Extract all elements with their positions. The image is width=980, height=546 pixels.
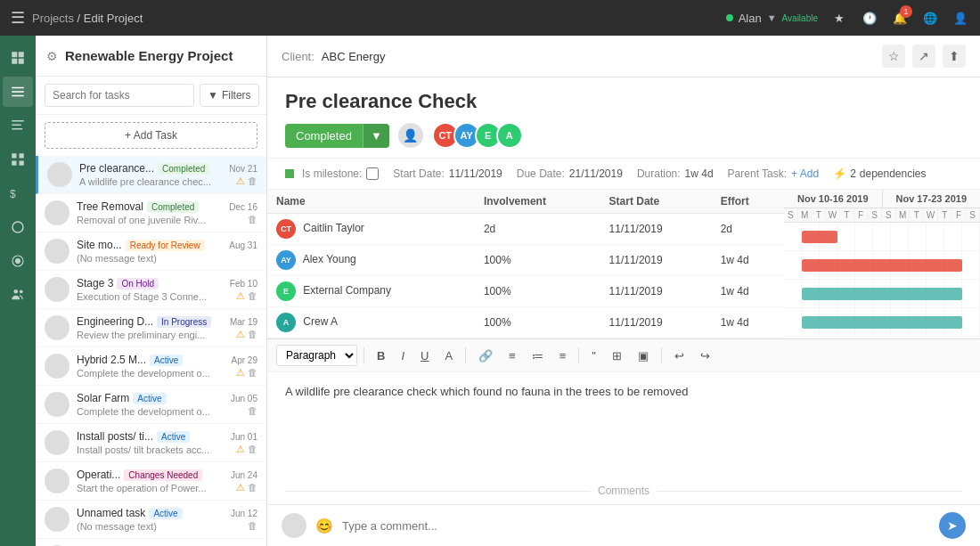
- redo-button[interactable]: ↪: [694, 346, 716, 366]
- task-list-item[interactable]: Install posts/ ti... Active Jun 01 Insta…: [36, 424, 266, 462]
- icon-dollar[interactable]: $: [3, 178, 33, 208]
- due-date-value: 21/11/2019: [569, 167, 623, 180]
- bullet-list-button[interactable]: ≡: [502, 346, 522, 366]
- gantt-day-header: S: [784, 208, 798, 222]
- hamburger-icon[interactable]: ☰: [11, 8, 25, 28]
- svg-rect-6: [12, 95, 24, 97]
- task-top-row: Engineering D... In Progress Mar 19: [77, 315, 257, 328]
- task-list-item[interactable]: Project ... Ready for Review Aug 31 (No …: [36, 539, 266, 546]
- delete-icon[interactable]: 🗑: [248, 329, 257, 339]
- task-content: Unnamed task Active Jun 12 (No message t…: [77, 507, 257, 532]
- table-button[interactable]: ⊞: [606, 346, 628, 366]
- delete-icon[interactable]: 🗑: [248, 444, 257, 454]
- clock-icon[interactable]: 🕐: [861, 9, 878, 27]
- task-list-item[interactable]: Tree Removal Completed Dec 16 Removal of…: [36, 194, 266, 232]
- undo-button[interactable]: ↩: [668, 346, 690, 366]
- milestone-checkbox[interactable]: [366, 167, 379, 180]
- task-list-item[interactable]: Unnamed task Active Jun 12 (No message t…: [36, 501, 266, 539]
- bold-button[interactable]: B: [371, 346, 391, 366]
- filter-icon: ▼: [208, 89, 218, 102]
- client-star-button[interactable]: ☆: [882, 45, 905, 68]
- notifications-icon[interactable]: 🔔 1: [891, 9, 909, 27]
- status-dropdown-arrow[interactable]: ▼: [363, 124, 389, 148]
- comment-input[interactable]: [342, 519, 930, 533]
- media-button[interactable]: ▣: [632, 346, 655, 366]
- warning-icon: ⚠: [236, 444, 245, 455]
- task-description: Execution of Stage 3 Conne...: [77, 291, 207, 302]
- icon-home[interactable]: [3, 43, 33, 73]
- status-dropdown[interactable]: Completed ▼: [285, 124, 389, 148]
- task-date: Apr 29: [232, 355, 257, 365]
- task-list-item[interactable]: Site mo... Ready for Review Aug 31 (No m…: [36, 232, 266, 271]
- add-assignee-button[interactable]: 👤: [398, 123, 423, 148]
- icon-list[interactable]: [3, 77, 33, 107]
- task-date: Dec 16: [229, 202, 257, 212]
- task-list-item[interactable]: Operati... Changes Needed Jun 24 Start t…: [36, 462, 266, 501]
- task-avatar: [45, 469, 69, 493]
- gantt-day-header: M: [798, 208, 813, 222]
- dependencies-label: dependencies: [860, 167, 927, 180]
- delete-icon[interactable]: 🗑: [248, 175, 257, 186]
- emoji-button[interactable]: 😊: [315, 517, 333, 534]
- task-content: Operati... Changes Needed Jun 24 Start t…: [77, 469, 257, 493]
- task-icons: 🗑: [248, 520, 257, 531]
- task-list-item[interactable]: Stage 3 On Hold Feb 10 Execution of Stag…: [36, 271, 266, 309]
- icon-grid[interactable]: [3, 144, 33, 175]
- dependencies-button[interactable]: ⚡ 2 dependencies: [833, 167, 926, 180]
- task-top-row: Unnamed task Active Jun 12: [77, 507, 257, 519]
- link-button[interactable]: 🔗: [472, 346, 499, 366]
- svg-rect-13: [20, 161, 24, 166]
- task-name: Unnamed task: [77, 507, 145, 519]
- gantt-cell-start: 11/11/2019: [600, 245, 712, 276]
- icon-circle[interactable]: [3, 212, 33, 242]
- quote-button[interactable]: ": [585, 346, 602, 366]
- task-list-item[interactable]: Hybrid 2.5 M... Active Apr 29 Complete t…: [36, 347, 266, 386]
- paragraph-select[interactable]: Paragraph: [276, 345, 357, 366]
- icon-users[interactable]: [3, 280, 33, 310]
- delete-icon[interactable]: 🗑: [248, 214, 257, 224]
- meta-due-date: Due Date: 21/11/2019: [517, 167, 623, 180]
- assignee-avatar[interactable]: A: [496, 122, 523, 149]
- main-content: Client: ABC Energy ☆ ↗ ⬆ Pre clearance C…: [267, 36, 980, 546]
- client-label: Client:: [282, 50, 314, 63]
- icon-menu[interactable]: [3, 110, 33, 141]
- indent-button[interactable]: ≡: [553, 346, 573, 366]
- settings-icon[interactable]: ⚙: [46, 49, 58, 63]
- client-export-button[interactable]: ⬆: [943, 45, 966, 68]
- search-input[interactable]: [45, 84, 194, 107]
- italic-button[interactable]: I: [395, 346, 411, 366]
- underline-button[interactable]: U: [414, 346, 435, 366]
- globe-icon[interactable]: 🌐: [921, 9, 939, 27]
- delete-icon[interactable]: 🗑: [248, 520, 257, 531]
- filter-button[interactable]: ▼ Filters: [200, 84, 259, 107]
- delete-icon[interactable]: 🗑: [248, 482, 257, 493]
- star-icon[interactable]: ★: [830, 9, 848, 27]
- client-share-button[interactable]: ↗: [912, 45, 935, 68]
- user-icon[interactable]: 👤: [951, 9, 969, 27]
- task-content: Hybrid 2.5 M... Active Apr 29 Complete t…: [77, 354, 257, 379]
- numbered-list-button[interactable]: ≔: [526, 346, 550, 366]
- task-list-item[interactable]: Pre clearance... Completed Nov 21 A wild…: [36, 156, 266, 194]
- gantt-day-header: T: [812, 208, 826, 222]
- svg-point-15: [12, 222, 23, 232]
- task-detail: Pre clearance Check Completed ▼ 👤 CTAYEA…: [267, 77, 980, 546]
- task-icons: ⚠ 🗑: [236, 367, 257, 379]
- task-list-item[interactable]: Solar Farm Active Jun 05 Complete the de…: [36, 386, 266, 424]
- delete-icon[interactable]: 🗑: [248, 367, 257, 378]
- editor-area: Paragraph B I U A 🔗 ≡ ≔ ≡ ": [267, 338, 980, 546]
- dependencies-icon: ⚡: [833, 167, 846, 180]
- send-button[interactable]: ➤: [939, 512, 966, 539]
- task-list-item[interactable]: Engineering D... In Progress Mar 19 Revi…: [36, 309, 266, 347]
- delete-icon[interactable]: 🗑: [248, 405, 257, 416]
- breadcrumb-projects[interactable]: Projects: [32, 12, 74, 25]
- user-info[interactable]: Alan ▼ Available: [726, 12, 818, 25]
- text-color-button[interactable]: A: [438, 346, 459, 366]
- comments-label: Comments: [591, 485, 657, 497]
- delete-icon[interactable]: 🗑: [248, 290, 257, 301]
- gantt-cell-involvement: 2d: [475, 214, 600, 245]
- add-task-button[interactable]: + Add Task: [45, 122, 257, 149]
- icon-star-outline[interactable]: [3, 246, 33, 276]
- gantt-section: Name Involvement Start Date Effort CT Ca…: [267, 190, 980, 546]
- add-parent-link[interactable]: + Add: [791, 167, 819, 180]
- task-top-row: Hybrid 2.5 M... Active Apr 29: [77, 354, 257, 366]
